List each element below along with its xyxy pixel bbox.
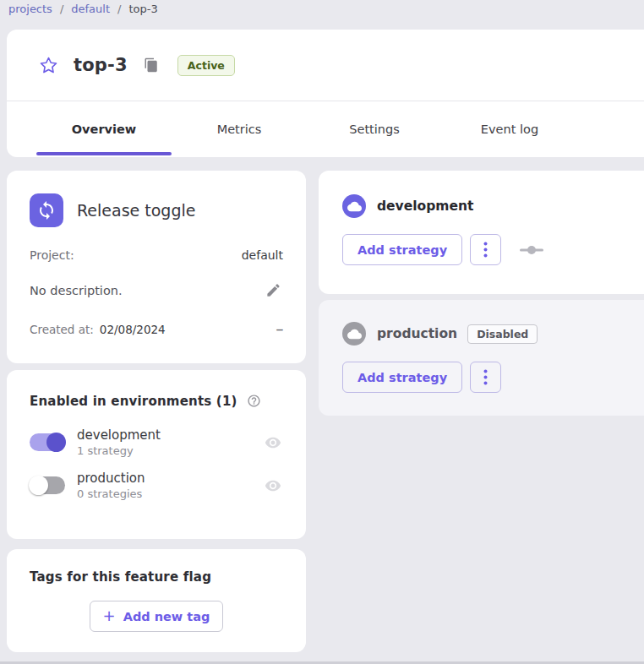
flag-title: top-3: [74, 55, 128, 75]
edit-description-icon[interactable]: [264, 280, 283, 300]
breadcrumb-default-link[interactable]: default: [71, 3, 110, 15]
disabled-badge: Disabled: [467, 324, 538, 344]
env-strategy-count: 0 strategies: [77, 487, 263, 500]
breadcrumb-current: top-3: [128, 3, 157, 15]
metrics-indicator-icon: [519, 245, 544, 255]
collapse-details-button[interactable]: –: [276, 322, 283, 336]
page: projects / default / top-3 top-3 Active …: [0, 0, 644, 664]
breadcrumb-separator: /: [60, 3, 63, 15]
favorite-star-icon[interactable]: [39, 55, 59, 75]
cloud-icon: [342, 322, 366, 346]
environment-name: development: [377, 199, 473, 214]
flag-type-label: Release toggle: [77, 201, 195, 220]
env-name: production: [77, 471, 263, 486]
environment-menu-icon[interactable]: [470, 234, 501, 265]
flag-title-row: top-3 Active: [7, 30, 644, 101]
visibility-eye-icon[interactable]: [263, 433, 283, 453]
flag-header-card: top-3 Active Overview Metrics Settings E…: [7, 30, 644, 157]
breadcrumb: projects / default / top-3: [8, 3, 158, 15]
env-strategy-count: 1 strategy: [77, 444, 263, 457]
tab-overview[interactable]: Overview: [36, 101, 172, 157]
env-name: development: [77, 427, 263, 443]
tab-event-log[interactable]: Event log: [442, 101, 577, 157]
flag-details-card: Release toggle Project: default No descr…: [7, 171, 306, 363]
release-toggle-icon: [30, 193, 63, 227]
tags-heading: Tags for this feature flag: [30, 569, 283, 585]
enabled-environments-heading: Enabled in environments (1): [30, 394, 237, 409]
status-badge: Active: [177, 55, 235, 76]
tab-settings[interactable]: Settings: [307, 101, 442, 157]
environment-menu-icon[interactable]: [470, 362, 501, 393]
tab-metrics[interactable]: Metrics: [172, 101, 307, 157]
tags-card: Tags for this feature flag + Add new tag: [7, 549, 306, 652]
project-value: default: [242, 248, 283, 262]
description-row: No description.: [30, 280, 283, 300]
development-toggle[interactable]: [30, 433, 65, 451]
description-text: No description.: [30, 284, 123, 297]
created-label: Created at:: [30, 323, 94, 336]
add-new-tag-button[interactable]: + Add new tag: [90, 601, 223, 632]
project-label: Project:: [30, 248, 74, 262]
breadcrumb-projects-link[interactable]: projects: [8, 3, 52, 15]
cloud-icon: [342, 194, 366, 218]
development-environment-panel: development Add strategy: [319, 171, 644, 294]
add-strategy-button[interactable]: Add strategy: [342, 362, 462, 393]
copy-name-icon[interactable]: [144, 57, 159, 73]
visibility-eye-icon[interactable]: [263, 476, 283, 496]
active-tab-indicator: [36, 152, 172, 155]
add-strategy-button[interactable]: Add strategy: [342, 234, 462, 265]
production-environment-panel: production Disabled Add strategy: [319, 300, 644, 416]
tabs: Overview Metrics Settings Event log: [7, 101, 644, 157]
enabled-environments-card: Enabled in environments (1) development …: [7, 370, 306, 539]
env-row-development: development 1 strategy: [30, 427, 283, 457]
env-row-production: production 0 strategies: [30, 471, 283, 500]
breadcrumb-separator: /: [117, 3, 121, 15]
project-row: Project: default: [30, 248, 283, 262]
environment-name: production: [377, 326, 457, 341]
plus-icon: +: [103, 607, 116, 624]
production-toggle[interactable]: [30, 476, 65, 494]
help-icon[interactable]: [245, 392, 263, 410]
created-row: Created at:02/08/2024 –: [30, 322, 283, 336]
flag-type-row: Release toggle: [30, 193, 283, 227]
created-value: 02/08/2024: [100, 323, 166, 336]
